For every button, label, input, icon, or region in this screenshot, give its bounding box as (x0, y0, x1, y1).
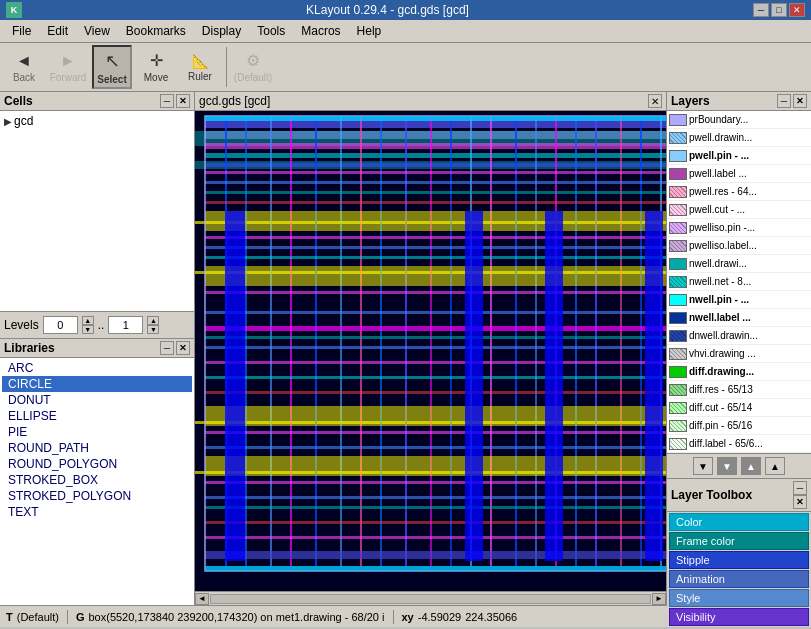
layer-swatch-4 (669, 186, 687, 198)
menu-bookmarks[interactable]: Bookmarks (118, 22, 194, 40)
canvas-viewport[interactable] (195, 111, 666, 591)
hscroll-right-btn[interactable]: ► (652, 593, 666, 605)
ruler-button[interactable]: 📐 Ruler (180, 45, 220, 89)
layers-close-btn[interactable]: ✕ (793, 94, 807, 108)
layer-nav-up-btn[interactable]: ▲ (765, 457, 785, 475)
libraries-close-btn[interactable]: ✕ (176, 341, 190, 355)
main-layout: Cells ─ ✕ ▶ gcd Levels ▲ ▼ .. (0, 92, 811, 605)
svg-rect-63 (205, 521, 666, 524)
layer-item-17[interactable]: diff.pin - 65/16 (667, 417, 811, 435)
canvas-hscroll[interactable]: ◄ ► (195, 591, 666, 605)
toolbox-close-btn[interactable]: ✕ (793, 495, 807, 509)
svg-rect-44 (205, 236, 666, 239)
svg-rect-57 (205, 431, 666, 434)
toolbox-animation-btn[interactable]: Animation (669, 570, 809, 588)
toolbox-stipple-btn[interactable]: Stipple (669, 551, 809, 569)
tree-arrow-icon: ▶ (4, 116, 12, 127)
menu-macros[interactable]: Macros (293, 22, 348, 40)
svg-rect-60 (205, 481, 666, 484)
libraries-minimize-btn[interactable]: ─ (160, 341, 174, 355)
layer-item-8[interactable]: nwell.drawi... (667, 255, 811, 273)
library-item-text[interactable]: TEXT (2, 504, 192, 520)
layer-item-12[interactable]: dnwell.drawin... (667, 327, 811, 345)
select-label: Select (97, 74, 126, 85)
library-item-circle[interactable]: CIRCLE (2, 376, 192, 392)
menu-tools[interactable]: Tools (249, 22, 293, 40)
layer-item-16[interactable]: diff.cut - 65/14 (667, 399, 811, 417)
layer-item-0[interactable]: prBoundary... (667, 111, 811, 129)
canvas-area: gcd.gds [gcd] ✕ (195, 92, 666, 605)
status-mode-letter: T (6, 611, 13, 623)
layer-item-6[interactable]: pwelliso.pin -... (667, 219, 811, 237)
hscroll-left-btn[interactable]: ◄ (195, 593, 209, 605)
layer-item-14[interactable]: diff.drawing... (667, 363, 811, 381)
back-button[interactable]: ◄ Back (4, 45, 44, 89)
toolbox-color-btn[interactable]: Color (669, 513, 809, 531)
library-item-donut[interactable]: DONUT (2, 392, 192, 408)
library-item-ellipse[interactable]: ELLIPSE (2, 408, 192, 424)
title-bar: K KLayout 0.29.4 - gcd.gds [gcd] ─ □ ✕ (0, 0, 811, 20)
layer-item-2[interactable]: pwell.pin - ... (667, 147, 811, 165)
menu-file[interactable]: File (4, 22, 39, 40)
toolbox-frame-color-btn[interactable]: Frame color (669, 532, 809, 550)
toolbox-minimize-btn[interactable]: ─ (793, 481, 807, 495)
layer-nav-up-fill-btn[interactable]: ▲ (741, 457, 761, 475)
layer-swatch-15 (669, 384, 687, 396)
library-item-stroked-polygon[interactable]: STROKED_POLYGON (2, 488, 192, 504)
library-item-stroked-box[interactable]: STROKED_BOX (2, 472, 192, 488)
levels-from-input[interactable] (43, 316, 78, 334)
layer-item-11[interactable]: nwell.label ... (667, 309, 811, 327)
levels-from-up[interactable]: ▲ (82, 316, 94, 325)
select-button[interactable]: ↖ Select (92, 45, 132, 89)
menu-display[interactable]: Display (194, 22, 249, 40)
move-button[interactable]: ✛ Move (136, 45, 176, 89)
svg-rect-54 (205, 376, 666, 379)
status-sep-2 (393, 610, 394, 624)
library-item-round-polygon[interactable]: ROUND_POLYGON (2, 456, 192, 472)
ruler-label: Ruler (188, 71, 212, 82)
levels-from-down[interactable]: ▼ (82, 325, 94, 334)
menu-help[interactable]: Help (349, 22, 390, 40)
toolbox-style-btn[interactable]: Style (669, 589, 809, 607)
layer-item-1[interactable]: pwell.drawin... (667, 129, 811, 147)
levels-to-input[interactable] (108, 316, 143, 334)
layer-item-10[interactable]: nwell.pin - ... (667, 291, 811, 309)
hscroll-track[interactable] (210, 594, 651, 604)
layer-item-15[interactable]: diff.res - 65/13 (667, 381, 811, 399)
forward-label: Forward (50, 72, 87, 83)
cell-tree-item-gcd[interactable]: ▶ gcd (2, 113, 192, 129)
layer-item-9[interactable]: nwell.net - 8... (667, 273, 811, 291)
library-item-arc[interactable]: ARC (2, 360, 192, 376)
cells-header: Cells ─ ✕ (0, 92, 194, 111)
layer-nav-down-btn[interactable]: ▼ (693, 457, 713, 475)
library-item-round-path[interactable]: ROUND_PATH (2, 440, 192, 456)
cells-minimize-btn[interactable]: ─ (160, 94, 174, 108)
menu-edit[interactable]: Edit (39, 22, 76, 40)
cells-close-btn[interactable]: ✕ (176, 94, 190, 108)
canvas-close-button[interactable]: ✕ (648, 94, 662, 108)
layer-item-5[interactable]: pwell.cut - ... (667, 201, 811, 219)
layer-item-13[interactable]: vhvi.drawing ... (667, 345, 811, 363)
library-item-pie[interactable]: PIE (2, 424, 192, 440)
toolbox-visibility-btn[interactable]: Visibility (669, 608, 809, 626)
levels-to-down[interactable]: ▼ (147, 325, 159, 334)
layer-nav-down-fill-btn[interactable]: ▼ (717, 457, 737, 475)
layers-minimize-btn[interactable]: ─ (777, 94, 791, 108)
layer-toolbox-title: Layer Toolbox (671, 488, 752, 502)
svg-rect-47 (205, 266, 666, 286)
default-button[interactable]: ⚙ (Default) (233, 45, 273, 89)
levels-to-up[interactable]: ▲ (147, 316, 159, 325)
maximize-button[interactable]: □ (771, 3, 787, 17)
svg-rect-40 (205, 181, 666, 184)
forward-button[interactable]: ► Forward (48, 45, 88, 89)
close-button[interactable]: ✕ (789, 3, 805, 17)
levels-section: Levels ▲ ▼ .. ▲ ▼ (0, 312, 194, 339)
layer-item-18[interactable]: diff.label - 65/6... (667, 435, 811, 453)
libraries-section: Libraries ─ ✕ ARC CIRCLE DONUT ELLIPSE P… (0, 339, 194, 605)
layer-item-4[interactable]: pwell.res - 64... (667, 183, 811, 201)
layer-item-3[interactable]: pwell.label ... (667, 165, 811, 183)
layer-item-7[interactable]: pwelliso.label... (667, 237, 811, 255)
menu-view[interactable]: View (76, 22, 118, 40)
layer-swatch-7 (669, 240, 687, 252)
minimize-button[interactable]: ─ (753, 3, 769, 17)
